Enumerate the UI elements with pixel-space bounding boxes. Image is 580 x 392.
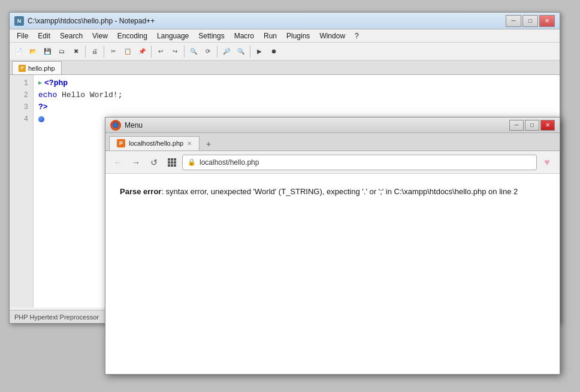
menu-edit[interactable]: Edit — [33, 31, 55, 41]
menu-file[interactable]: File — [12, 31, 33, 41]
open-button[interactable]: 📂 — [26, 45, 40, 58]
browser-titlebar-left: Menu — [110, 120, 143, 131]
browser-navbar: ← → ↻ 🔒 localhost/hello.php ♥ — [105, 151, 560, 174]
cursor-indicator — [38, 116, 44, 122]
menu-search[interactable]: Search — [55, 31, 87, 41]
zoom-out-button[interactable]: 🔍 — [234, 45, 247, 58]
menu-settings[interactable]: Settings — [194, 31, 229, 41]
tab-hello-php[interactable]: P hello.php — [12, 61, 62, 74]
tab-label: hello.php — [28, 65, 55, 72]
notepad-icon: N — [14, 16, 24, 26]
notepad-title: C:\xampp\htdocs\hello.php - Notepad++ — [28, 17, 155, 25]
reload-icon: ↻ — [150, 158, 158, 167]
browser-menu-text[interactable]: Menu — [125, 121, 143, 129]
grid-view-button[interactable] — [164, 155, 180, 170]
code-line-2: echo Hello World!; — [38, 89, 555, 101]
address-text: localhost/hello.php — [200, 158, 531, 167]
code-line-1: ▶ <?php — [38, 77, 555, 89]
undo-button[interactable]: ↩ — [154, 45, 167, 58]
parse-error-message: Parse error: syntax error, unexpected 'W… — [120, 186, 545, 198]
maximize-button[interactable]: □ — [522, 15, 538, 27]
line-arrow-1: ▶ — [38, 77, 42, 89]
toolbar-sep-2 — [104, 46, 104, 58]
find-button[interactable]: 🔍 — [187, 45, 200, 58]
browser-content: Parse error: syntax error, unexpected 'W… — [105, 174, 560, 373]
copy-button[interactable]: 📋 — [121, 45, 134, 58]
error-bold: Parse error — [120, 187, 161, 196]
replace-button[interactable]: ⟳ — [201, 45, 215, 58]
grid-icon — [168, 158, 176, 167]
run-button[interactable]: ▶ — [253, 45, 266, 58]
notepad-titlebar: N C:\xampp\htdocs\hello.php - Notepad++ … — [10, 13, 560, 29]
back-button[interactable]: ← — [110, 155, 126, 170]
php-open-tag: <?php — [44, 77, 68, 89]
code-line-3: ?> — [38, 101, 555, 113]
browser-minimize-button[interactable]: ─ — [509, 120, 524, 131]
new-tab-button[interactable]: + — [201, 137, 216, 150]
browser-titlebar: Menu ─ □ ✕ — [105, 117, 560, 133]
toolbar-sep-4 — [184, 46, 185, 58]
browser-maximize-button[interactable]: □ — [525, 120, 539, 131]
toolbar-sep-3 — [151, 46, 152, 58]
new-button[interactable]: 📄 — [12, 45, 25, 58]
browser-tab-label: localhost/hello.php — [129, 140, 183, 147]
menu-macro[interactable]: Macro — [229, 31, 259, 41]
titlebar-controls: ─ □ ✕ — [506, 15, 555, 27]
menu-run[interactable]: Run — [259, 31, 282, 41]
close-button[interactable]: ✕ — [539, 15, 555, 27]
redo-button[interactable]: ↪ — [168, 45, 182, 58]
notepad-menubar: File Edit Search View Encoding Language … — [10, 29, 560, 43]
error-detail: : syntax error, unexpected 'World' (T_ST… — [161, 187, 518, 196]
record-button[interactable]: ⏺ — [267, 45, 280, 58]
toolbar-sep-6 — [250, 46, 250, 58]
tab-php-icon: P — [19, 65, 26, 72]
address-lock-icon: 🔒 — [188, 158, 196, 166]
browser-tab-active[interactable]: P localhost/hello.php ✕ — [109, 136, 200, 150]
php-close-tag: ?> — [38, 101, 48, 113]
titlebar-left: N C:\xampp\htdocs\hello.php - Notepad++ — [14, 16, 155, 26]
browser-tabbar: P localhost/hello.php ✕ + — [105, 133, 560, 151]
toolbar-sep-1 — [85, 46, 86, 58]
print-button[interactable]: 🖨 — [88, 45, 101, 58]
address-bar[interactable]: 🔒 localhost/hello.php — [182, 155, 537, 170]
zoom-in-button[interactable]: 🔎 — [220, 45, 233, 58]
notepad-toolbar: 📄 📂 💾 🗂 ✖ 🖨 ✂ 📋 📌 ↩ ↪ 🔍 ⟳ 🔎 🔍 ▶ ⏺ — [10, 43, 560, 61]
line-numbers: 1 2 3 4 — [10, 75, 34, 307]
tab-close-icon[interactable]: ✕ — [187, 140, 192, 147]
echo-keyword: echo — [38, 89, 62, 101]
forward-button[interactable]: → — [128, 155, 144, 170]
browser-window: Menu ─ □ ✕ P localhost/hello.php ✕ + ← →… — [105, 117, 560, 375]
browser-close-button[interactable]: ✕ — [540, 120, 555, 131]
browser-titlebar-controls: ─ □ ✕ — [509, 120, 555, 131]
notepad-tabbar: P hello.php — [10, 61, 560, 75]
firefox-icon — [110, 120, 121, 131]
toolbar-sep-5 — [217, 46, 218, 58]
menu-view[interactable]: View — [87, 31, 113, 41]
favorites-button[interactable]: ♥ — [539, 155, 555, 170]
tab-site-icon: P — [117, 139, 125, 147]
minimize-button[interactable]: ─ — [506, 15, 521, 27]
save-button[interactable]: 💾 — [41, 45, 54, 58]
menu-encoding[interactable]: Encoding — [113, 31, 152, 41]
save-all-button[interactable]: 🗂 — [55, 45, 68, 58]
close-button[interactable]: ✖ — [70, 45, 83, 58]
menu-help[interactable]: ? — [350, 31, 364, 41]
menu-plugins[interactable]: Plugins — [282, 31, 315, 41]
hello-world-code: Hello World!; — [62, 89, 122, 101]
statusbar-text: PHP Hypertext Preprocessor — [14, 313, 99, 321]
menu-language[interactable]: Language — [152, 31, 194, 41]
reload-button[interactable]: ↻ — [146, 155, 162, 170]
cut-button[interactable]: ✂ — [107, 45, 120, 58]
paste-button[interactable]: 📌 — [135, 45, 149, 58]
menu-window[interactable]: Window — [315, 31, 350, 41]
